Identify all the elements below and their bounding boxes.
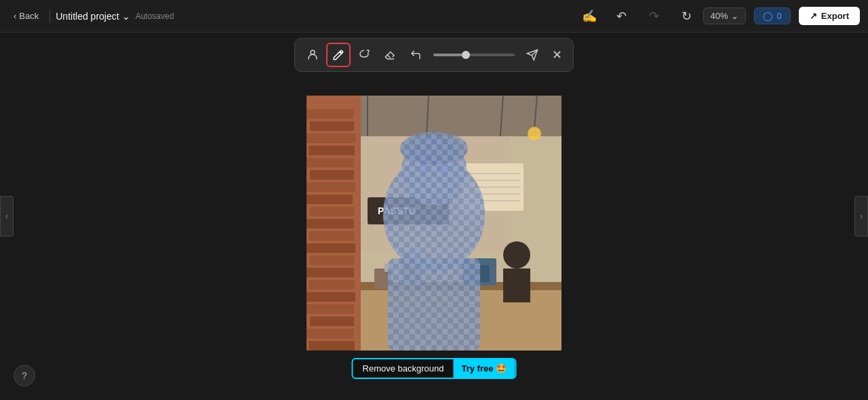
eraser-icon: [384, 49, 396, 61]
svg-rect-30: [307, 243, 355, 253]
brush-size-slider[interactable]: [433, 54, 515, 56]
brush-tool[interactable]: [326, 43, 351, 67]
svg-rect-28: [307, 219, 354, 228]
left-arrow-icon: ‹: [5, 212, 8, 221]
header-left: ‹ Back Untitled project ⌄ Autosaved: [8, 8, 573, 24]
svg-rect-37: [307, 329, 354, 338]
hand-icon: ✍: [582, 9, 597, 24]
svg-rect-35: [307, 304, 354, 314]
header: ‹ Back Untitled project ⌄ Autosaved ✍ ↶ …: [0, 0, 868, 33]
refresh-icon: ↻: [682, 9, 692, 24]
try-free-button[interactable]: Try free 🤩: [453, 359, 515, 378]
export-icon: ↗: [810, 11, 817, 21]
undo-icon: ↶: [616, 9, 627, 24]
svg-rect-34: [307, 292, 355, 302]
svg-point-73: [438, 163, 449, 174]
svg-rect-29: [309, 231, 355, 241]
svg-rect-31: [310, 256, 354, 265]
zoom-value: 40%: [711, 11, 728, 21]
send-tool[interactable]: [520, 43, 545, 67]
svg-point-0: [311, 50, 315, 54]
svg-point-58: [503, 241, 530, 268]
brush-size-slider-container[interactable]: [429, 54, 519, 56]
redo-button[interactable]: ↷: [644, 5, 665, 27]
send-icon: [526, 49, 538, 61]
close-toolbar-button[interactable]: ✕: [546, 44, 568, 66]
undo-stroke-tool[interactable]: [403, 43, 428, 67]
undo-button[interactable]: ↶: [611, 5, 633, 27]
header-right: 40% ⌄ ◯ 0 ↗ Export: [703, 7, 860, 25]
lasso-icon: [358, 49, 370, 61]
svg-rect-36: [310, 317, 354, 326]
right-arrow-icon: ›: [860, 212, 863, 221]
svg-rect-22: [309, 146, 355, 155]
svg-point-17: [528, 127, 541, 140]
credits-icon: ◯: [763, 11, 773, 21]
remove-background-label: Remove background: [363, 363, 444, 374]
brush-slider-fill: [433, 54, 466, 56]
credits-count: 0: [777, 11, 782, 21]
svg-rect-27: [310, 207, 355, 216]
lasso-tool[interactable]: [352, 43, 376, 67]
right-panel-toggle[interactable]: ›: [854, 196, 868, 237]
svg-rect-59: [503, 268, 530, 302]
help-icon: ?: [22, 370, 28, 381]
help-button[interactable]: ?: [14, 365, 35, 386]
svg-rect-21: [307, 134, 355, 143]
chevron-down-icon: ⌄: [122, 11, 130, 22]
svg-rect-38: [309, 341, 355, 351]
header-divider: [50, 9, 50, 23]
brush-icon: [332, 49, 344, 61]
try-free-emoji: 🤩: [496, 363, 507, 374]
export-button[interactable]: ↗ Export: [799, 7, 860, 25]
project-name[interactable]: Untitled project ⌄: [56, 11, 130, 22]
brush-slider-thumb: [462, 51, 470, 59]
back-label: Back: [19, 11, 39, 21]
export-label: Export: [821, 11, 849, 21]
undo-stroke-icon: [410, 49, 422, 61]
redo-icon: ↷: [649, 9, 659, 24]
svg-rect-23: [307, 158, 354, 167]
project-name-text: Untitled project: [56, 11, 119, 22]
svg-rect-19: [307, 109, 354, 119]
person-icon: [307, 49, 319, 61]
back-arrow-icon: ‹: [14, 11, 16, 21]
svg-rect-24: [310, 170, 354, 180]
svg-point-69: [400, 132, 468, 165]
svg-rect-26: [307, 195, 353, 204]
remove-background-button[interactable]: Remove background: [353, 359, 454, 378]
main-canvas: ‹: [0, 33, 868, 400]
editing-toolbar: ✕: [294, 38, 574, 72]
zoom-chevron-icon: ⌄: [731, 11, 738, 21]
back-button[interactable]: ‹ Back: [8, 8, 44, 24]
svg-point-72: [419, 163, 430, 174]
header-center: ✍ ↶ ↷ ↻: [578, 5, 698, 27]
eraser-tool[interactable]: [378, 43, 402, 67]
refresh-button[interactable]: ↻: [676, 5, 698, 27]
zoom-control[interactable]: 40% ⌄: [703, 7, 746, 24]
try-free-label: Try free: [461, 363, 493, 374]
image-container: PASSTO: [307, 96, 561, 351]
hand-tool-button[interactable]: ✍: [578, 5, 600, 27]
credits-button[interactable]: ◯ 0: [754, 7, 791, 24]
svg-rect-25: [307, 182, 355, 192]
autosaved-label: Autosaved: [136, 12, 174, 21]
svg-rect-33: [309, 280, 355, 289]
left-panel-toggle[interactable]: ‹: [0, 196, 14, 237]
svg-rect-20: [310, 121, 354, 131]
svg-rect-71: [388, 258, 480, 351]
svg-rect-32: [307, 268, 354, 277]
close-icon: ✕: [552, 47, 562, 62]
person-select-tool[interactable]: [300, 43, 325, 67]
canvas-image: PASSTO: [307, 96, 561, 351]
remove-background-bar: Remove background Try free 🤩: [352, 358, 517, 379]
